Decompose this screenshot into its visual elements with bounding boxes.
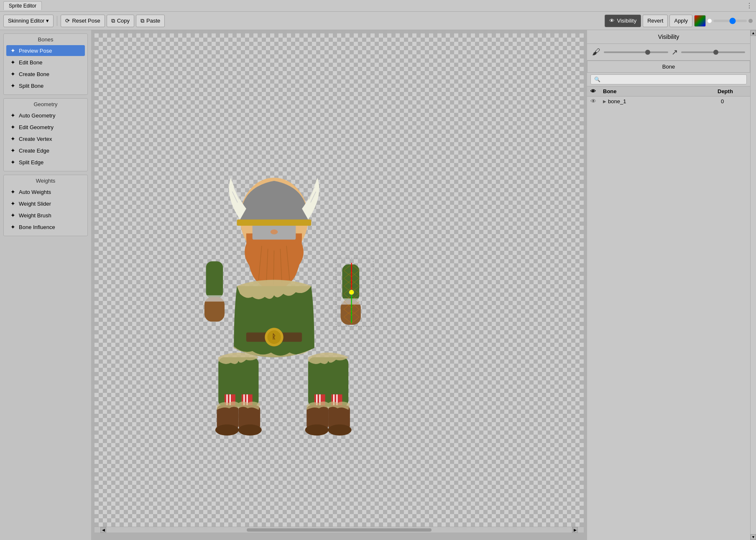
bone-visibility-eye[interactable]: 👁 — [590, 98, 603, 104]
visibility-label: Visibility — [617, 18, 636, 24]
revert-label: Revert — [647, 18, 663, 24]
copy-button[interactable]: ⧉ Copy — [107, 15, 134, 27]
copy-label: Copy — [117, 18, 130, 24]
svg-text:ᚱ: ᚱ — [272, 333, 276, 340]
weights-panel: Weights ✦ Auto Weights ✦ Weight Slider ✦… — [3, 175, 88, 236]
weight-slider-label: Weight Slider — [19, 201, 51, 207]
tool-btn-split-bone[interactable]: ✦ Split Bone — [6, 80, 85, 91]
scroll-down-arrow[interactable]: ▼ — [751, 534, 756, 540]
brightness-slider[interactable] — [713, 20, 747, 22]
create-bone-icon: ✦ — [10, 71, 16, 77]
tool-btn-weight-slider[interactable]: ✦ Weight Slider — [6, 198, 85, 209]
arrow-icon: ↗ — [672, 48, 678, 57]
tool-btn-edit-bone[interactable]: ✦ Edit Bone — [6, 57, 85, 68]
split-edge-icon: ✦ — [10, 159, 16, 166]
tool-btn-auto-weights[interactable]: ✦ Auto Weights — [6, 186, 85, 197]
white-dot-icon — [707, 19, 712, 23]
opacity-slider[interactable] — [604, 51, 668, 53]
left-sidebar: Bones ✦ Preview Pose ✦ Edit Bone ✦ Creat… — [0, 30, 91, 540]
paste-button[interactable]: ⧉ Paste — [136, 15, 165, 27]
scrollbar-thumb-h[interactable] — [247, 528, 432, 532]
bone-search-input[interactable] — [590, 74, 747, 84]
svg-rect-18 — [204, 295, 225, 302]
auto-weights-label: Auto Weights — [19, 189, 51, 195]
svg-rect-16 — [206, 261, 223, 298]
table-header-eye: 👁 — [590, 88, 603, 94]
revert-button[interactable]: Revert — [643, 15, 668, 27]
visibility-button[interactable]: 👁 Visibility — [605, 15, 641, 27]
auto-geometry-icon: ✦ — [10, 112, 16, 119]
scroll-track-right[interactable] — [751, 36, 756, 534]
create-bone-label: Create Bone — [19, 71, 49, 77]
auto-geometry-label: Auto Geometry — [19, 112, 55, 119]
menu-dots-icon[interactable]: ⋮ — [746, 2, 753, 10]
toolbar: Skinning Editor ▾ ⟳ Reset Pose ⧉ Copy ⧉ … — [0, 12, 756, 30]
title-bar: Sprite Editor ⋮ — [0, 0, 756, 12]
bones-panel: Bones ✦ Preview Pose ✦ Edit Bone ✦ Creat… — [3, 33, 88, 95]
table-header-bone: Bone — [603, 88, 718, 94]
tool-btn-auto-geometry[interactable]: ✦ Auto Geometry — [6, 110, 85, 121]
apply-label: Apply — [674, 18, 688, 24]
edit-geometry-icon: ✦ — [10, 124, 16, 130]
create-vertex-label: Create Vertex — [19, 136, 52, 142]
apply-button[interactable]: Apply — [669, 15, 692, 27]
right-scrollbar: ▲ ▼ — [750, 30, 756, 540]
canvas-wrapper: ᚱ — [94, 33, 584, 532]
bone-depth-cell: 0 — [718, 98, 747, 104]
svg-rect-30 — [218, 357, 258, 407]
svg-point-38 — [215, 424, 239, 436]
svg-rect-41 — [308, 357, 348, 407]
bone-table-header: 👁 Bone Depth — [587, 87, 750, 97]
bone-table-row[interactable]: 👁 ▶ bone_1 0 — [587, 97, 750, 106]
weight-brush-icon: ✦ — [10, 212, 16, 219]
tool-btn-preview-pose[interactable]: ✦ Preview Pose — [6, 45, 85, 56]
tool-btn-create-bone[interactable]: ✦ Create Bone — [6, 69, 85, 79]
create-vertex-icon: ✦ — [10, 135, 16, 142]
tab-bone[interactable]: Bone — [587, 61, 750, 72]
right-panel-container: Visibility 🖌 ↗ Bone 👁 Bone — [587, 30, 756, 540]
right-panel: Visibility 🖌 ↗ Bone 👁 Bone — [587, 30, 750, 540]
bone-name-cell: ▶ bone_1 — [603, 98, 718, 104]
expand-arrow-icon[interactable]: ▶ — [603, 99, 606, 104]
tool-btn-edit-geometry[interactable]: ✦ Edit Geometry — [6, 122, 85, 132]
visibility-panel-title: Visibility — [587, 30, 750, 44]
bone-tab-bar: Bone — [587, 61, 750, 73]
scroll-up-arrow[interactable]: ▲ — [751, 30, 756, 36]
tool-btn-create-vertex[interactable]: ✦ Create Vertex — [6, 133, 85, 144]
preview-pose-label: Preview Pose — [19, 48, 52, 54]
bone-influence-icon: ✦ — [10, 224, 16, 230]
horizontal-scrollbar[interactable]: ◀ ▶ — [94, 527, 584, 532]
split-edge-label: Split Edge — [19, 159, 43, 166]
paste-label: Paste — [146, 18, 160, 24]
bone-name: bone_1 — [608, 98, 626, 104]
panel-spacer — [587, 106, 750, 540]
skinning-editor-dropdown[interactable]: Skinning Editor ▾ — [3, 15, 54, 27]
toolbar-separator-1 — [57, 16, 57, 26]
scroll-left-arrow[interactable]: ◀ — [100, 527, 106, 533]
search-bar — [587, 73, 750, 87]
svg-point-49 — [305, 424, 329, 436]
tool-btn-weight-brush[interactable]: ✦ Weight Brush — [6, 210, 85, 221]
title-tab-label: Sprite Editor — [9, 3, 36, 9]
bones-panel-title: Bones — [6, 36, 85, 43]
weights-panel-title: Weights — [6, 178, 85, 184]
table-header-depth: Depth — [718, 88, 747, 94]
tool-btn-split-edge[interactable]: ✦ Split Edge — [6, 157, 85, 168]
reset-pose-icon: ⟳ — [65, 18, 70, 24]
scroll-right-arrow[interactable]: ▶ — [572, 527, 578, 533]
dropdown-arrow-icon: ▾ — [46, 18, 49, 24]
reset-pose-button[interactable]: ⟳ Reset Pose — [61, 15, 105, 27]
sprite-canvas: ᚱ — [94, 33, 584, 532]
canvas-area[interactable]: ᚱ — [91, 30, 587, 540]
svg-point-40 — [238, 424, 262, 436]
tool-btn-bone-influence[interactable]: ✦ Bone Influence — [6, 222, 85, 232]
reset-pose-label: Reset Pose — [72, 18, 100, 24]
geometry-panel-title: Geometry — [6, 101, 85, 107]
weight-brush-label: Weight Brush — [19, 212, 51, 219]
svg-point-10 — [271, 229, 278, 234]
title-tab[interactable]: Sprite Editor — [3, 1, 42, 10]
brush-icon: 🖌 — [592, 47, 600, 57]
size-slider[interactable] — [681, 51, 746, 53]
color-swatch[interactable] — [694, 15, 706, 27]
tool-btn-create-edge[interactable]: ✦ Create Edge — [6, 145, 85, 156]
